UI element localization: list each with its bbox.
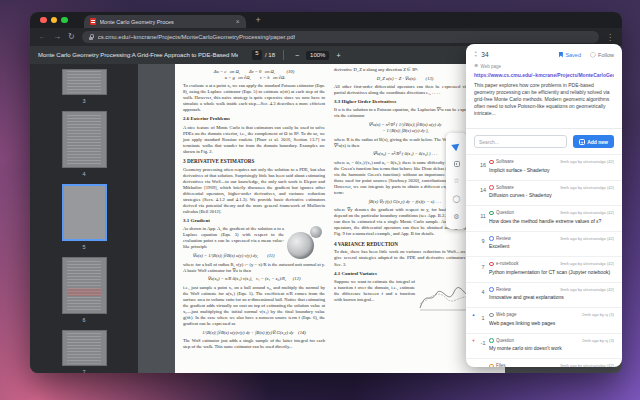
close-window-button[interactable] (40, 17, 47, 24)
saved-button[interactable]: Saved (559, 52, 581, 58)
row-meta: 3mth ago by alextrastalgo (42) (560, 363, 614, 367)
zoom-out-button[interactable]: − (292, 52, 302, 59)
row-content: Software 3mth ago by alextrastalgo (42) … (489, 159, 614, 173)
follow-button[interactable]: ◯ Follow (590, 52, 614, 58)
paragraph: derivative D_Z u along any direction Z ∈… (334, 67, 476, 73)
user-vote-icon[interactable] (470, 363, 477, 367)
thumbnail-page-label: 5 (82, 244, 85, 250)
annotation-row[interactable]: 11 Question 3mth ago by alextrastalgo (4… (466, 205, 622, 231)
user-vote-icon[interactable] (470, 159, 477, 173)
row-type: Review (489, 236, 511, 241)
resource-type-label: Web page (481, 64, 501, 69)
annotation-row[interactable]: 4 Review 3mth ago by alextrastalgo (42) … (466, 282, 622, 308)
row-type-label: Review (496, 287, 511, 292)
pointer-icon[interactable] (451, 141, 461, 152)
downvote-icon[interactable]: ▼ (474, 55, 477, 58)
user-vote-icon[interactable] (470, 261, 477, 275)
user-vote-icon[interactable]: ▲ (470, 312, 477, 326)
annotation-row[interactable]: ▼ -1 Question 2mth ago by sj (3) My mont… (466, 333, 622, 359)
page-count-label: / 18 (265, 52, 275, 58)
page-thumbnail[interactable] (62, 111, 107, 168)
row-meta: 3mth ago by alextrastalgo (42) (560, 236, 614, 241)
fullscreen-window-button[interactable] (61, 17, 68, 24)
section-heading: 2.6 Exterior Problems (183, 116, 325, 123)
row-type-label: Question (496, 210, 514, 215)
row-type-label: Review (496, 236, 511, 241)
thumbnail-page-label: 7 (82, 369, 85, 373)
thumbnail-item: 4 (62, 111, 107, 177)
new-tab-button[interactable]: + (256, 16, 261, 25)
browser-tab[interactable]: Monte Carlo Geometry Proces × (84, 15, 246, 28)
tab-title: Monte Carlo Geometry Proces (100, 19, 232, 25)
toolbar-divider (283, 50, 284, 60)
gear-icon[interactable]: ⚙ (453, 213, 459, 220)
add-new-label: Add new (587, 139, 608, 145)
circle-icon[interactable]: ◯ (453, 195, 461, 202)
row-type-label: e-notebook (496, 261, 519, 266)
row-meta: 3mth ago by alextrastalgo (42) (560, 287, 614, 292)
user-vote-icon[interactable] (470, 287, 477, 301)
row-type: Web page (489, 312, 516, 317)
row-type-icon (489, 262, 494, 267)
reload-icon[interactable]: ↻ (68, 33, 75, 41)
resource-url-link[interactable]: https://www.cs.cmu.edu/~kmcrane/Projects… (474, 72, 614, 78)
search-input[interactable] (474, 135, 567, 148)
row-type-icon (489, 211, 494, 216)
annotation-row[interactable]: 16 Software 3mth ago by alextrastalgo (4… (466, 154, 622, 180)
add-new-button[interactable]: + Add new (573, 135, 614, 148)
minimize-window-button[interactable] (51, 17, 58, 24)
page-number-input[interactable]: 5 (252, 50, 262, 60)
thumbnail-page-label: 4 (82, 171, 85, 177)
page-thumbnail[interactable] (62, 69, 107, 95)
window-controls (40, 17, 68, 24)
row-title: Excellent (489, 243, 614, 249)
user-vote-icon[interactable] (470, 236, 477, 250)
section-heading: 4.1 Control Variates (334, 271, 476, 278)
comment-icon[interactable] (454, 161, 460, 167)
thumbnail-sidebar[interactable]: 3 4 5 6 7 (30, 64, 138, 373)
annotation-row[interactable]: -1 Files 3mth ago by alextrastalgo (42) … (466, 358, 622, 367)
row-content: Web page 2mth ago by sj (3) Web pages li… (489, 312, 614, 326)
url-text: cs.cmu.edu/~kmcrane/Projects/MonteCarloG… (98, 34, 296, 40)
back-icon[interactable]: ← (38, 33, 46, 41)
row-content: Review 3mth ago by alextrastalgo (42) Ex… (489, 236, 614, 250)
vote-count: 34 (481, 51, 488, 58)
page-thumbnail[interactable] (62, 184, 107, 241)
user-vote-icon[interactable] (470, 210, 477, 224)
tab-close-icon[interactable]: × (236, 19, 240, 25)
thumbnail-item: 5 (62, 184, 107, 250)
paragraph: i.e., just sample a point x₁ on a ball a… (183, 285, 325, 327)
annotation-row[interactable]: 7 e-notebook 3mth ago by alextrastalgo (… (466, 256, 622, 282)
row-meta: 2mth ago by sj (3) (582, 338, 614, 343)
row-title: How does the method handle extreme value… (489, 218, 614, 224)
row-type-label: Software (496, 185, 514, 190)
address-bar[interactable]: cs.cmu.edu/~kmcrane/Projects/MonteCarloG… (82, 31, 599, 43)
page-thumbnail[interactable] (62, 257, 107, 314)
row-type: Question (489, 338, 514, 343)
annotation-row[interactable]: 14 Software 3mth ago by alextrastalgo (4… (466, 180, 622, 206)
row-type: Files (489, 363, 506, 367)
annotation-row[interactable]: ▲ 1 Web page 2mth ago by sj (3) Web page… (466, 307, 622, 333)
annotation-row[interactable]: 9 Review 3mth ago by alextrastalgo (42) … (466, 231, 622, 257)
star-icon[interactable]: ☆ (453, 177, 459, 184)
row-content: Software 3mth ago by alextrastalgo (42) … (489, 185, 614, 199)
row-type-icon (489, 236, 494, 241)
forward-icon[interactable]: → (53, 33, 61, 41)
row-vote-count: 16 (477, 159, 489, 173)
row-meta: 3mth ago by alextrastalgo (42) (560, 159, 614, 164)
page-thumbnail[interactable] (62, 330, 107, 366)
row-type-icon (489, 313, 494, 318)
browser-menu-icon[interactable]: ⋮ (606, 33, 614, 42)
row-vote-count: 1 (477, 312, 489, 326)
row-vote-count: 14 (477, 185, 489, 199)
equation-12: ∇u(x₀) = n/R û(x₁) ν(x₁), ν₁ = (x₁ − x₀)… (183, 276, 325, 282)
user-vote-icon[interactable] (470, 185, 477, 199)
browser-window: Monte Carlo Geometry Proces × + ← → ↻ cs… (30, 12, 622, 373)
thumbnail-item: 6 (62, 257, 107, 323)
user-vote-icon[interactable]: ▼ (470, 338, 477, 352)
row-title: Python implementation for CT scan (Jupyt… (489, 269, 614, 275)
paragraph: All other first-order differential opera… (334, 84, 476, 96)
zoom-in-button[interactable]: + (333, 52, 343, 59)
thumbnail-item: 7 (62, 330, 107, 373)
row-type-icon (489, 185, 494, 190)
